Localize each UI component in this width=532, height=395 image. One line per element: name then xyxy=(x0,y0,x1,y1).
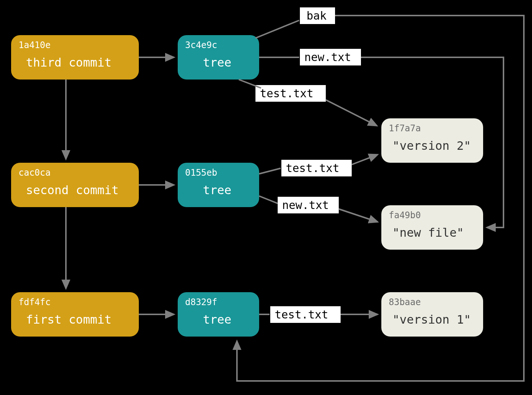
arrow-newtxt-mid-nf xyxy=(339,209,378,222)
blob-newfile: fa49b0 "new file" xyxy=(381,205,483,250)
arrow-tree3-bak xyxy=(255,20,299,38)
arrow-tree3-testtxt xyxy=(239,80,261,88)
label-testtxt-mid: test.txt xyxy=(281,160,352,176)
tree-1-label: tree xyxy=(203,313,231,327)
tree-2-hash: 0155eb xyxy=(185,168,217,178)
blob-v1-content: "version 1" xyxy=(392,313,471,327)
svg-text:test.txt: test.txt xyxy=(286,162,339,175)
svg-text:test.txt: test.txt xyxy=(260,87,314,100)
arrow-testtxt-mid-v2 xyxy=(352,155,378,165)
tree-3-label: tree xyxy=(203,55,231,70)
arrow-tree2-newtxt xyxy=(259,196,278,203)
tree-2: 0155eb tree xyxy=(178,163,259,207)
tree-1-hash: d8329f xyxy=(185,297,217,307)
tree-2-label: tree xyxy=(203,183,231,197)
label-testtxt-bottom: test.txt xyxy=(270,306,341,323)
tree-3: 3c4e9c tree xyxy=(178,35,259,80)
commit-third-hash: 1a410e xyxy=(19,40,51,50)
commit-second-hash: cac0ca xyxy=(19,168,51,178)
arrow-testtxt-top-v2 xyxy=(326,100,377,126)
label-bak: bak xyxy=(300,7,335,24)
blob-v2-content: "version 2" xyxy=(392,139,471,153)
commit-first-label: first commit xyxy=(26,313,111,327)
blob-version2: 1f7a7a "version 2" xyxy=(381,118,483,163)
blob-nf-hash: fa49b0 xyxy=(389,210,421,220)
label-newtxt-top: new.txt xyxy=(300,49,361,65)
commit-first-hash: fdf4fc xyxy=(19,297,51,307)
svg-text:new.txt: new.txt xyxy=(304,51,351,64)
tree-1: d8329f tree xyxy=(178,292,259,337)
blob-v1-hash: 83baae xyxy=(389,297,421,307)
blob-nf-content: "new file" xyxy=(392,226,464,240)
svg-text:new.txt: new.txt xyxy=(282,199,329,212)
svg-text:test.txt: test.txt xyxy=(275,308,328,321)
git-object-diagram: 1a410e third commit cac0ca second commit… xyxy=(0,0,532,395)
blob-v2-hash: 1f7a7a xyxy=(389,123,421,134)
commit-second-label: second commit xyxy=(26,183,118,197)
label-testtxt-top: test.txt xyxy=(255,85,326,102)
commit-second: cac0ca second commit xyxy=(11,163,139,207)
label-newtxt-mid: new.txt xyxy=(278,197,339,213)
commit-third: 1a410e third commit xyxy=(11,35,139,80)
arrow-tree2-testtxt xyxy=(259,168,281,174)
commit-third-label: third commit xyxy=(26,55,111,70)
tree-3-hash: 3c4e9c xyxy=(185,40,217,50)
svg-text:bak: bak xyxy=(307,9,327,22)
commit-first: fdf4fc first commit xyxy=(11,292,139,337)
blob-version1: 83baae "version 1" xyxy=(381,292,483,337)
